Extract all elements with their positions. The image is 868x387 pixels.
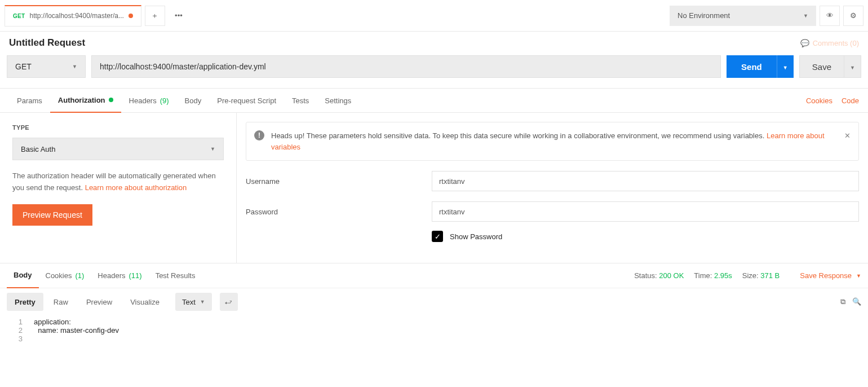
view-raw-button[interactable]: Raw xyxy=(46,293,76,311)
tab-params[interactable]: Params xyxy=(9,88,50,113)
dirty-indicator-icon xyxy=(129,14,133,18)
tab-tests[interactable]: Tests xyxy=(284,88,317,113)
chevron-down-icon: ▼ xyxy=(210,146,215,152)
username-label: Username xyxy=(246,177,432,186)
copy-response-button[interactable]: ⧉ xyxy=(840,297,845,306)
auth-help-text: The authorization header will be automat… xyxy=(12,170,224,194)
preview-request-button[interactable]: Preview Request xyxy=(12,204,92,226)
alert-text: Heads up! These parameters hold sensitiv… xyxy=(271,131,767,140)
tab-prerequest[interactable]: Pre-request Script xyxy=(209,88,284,113)
resp-cookies-count: (1) xyxy=(75,271,84,280)
response-tab-headers[interactable]: Headers (11) xyxy=(91,263,148,288)
learn-more-auth-link[interactable]: Learn more about authorization xyxy=(85,183,187,192)
gear-icon: ⚙ xyxy=(850,11,857,20)
format-selector[interactable]: Text ▼ xyxy=(175,293,212,311)
environment-selector[interactable]: No Environment ▼ xyxy=(670,6,816,26)
method-label: GET xyxy=(15,62,32,71)
tab-settings[interactable]: Settings xyxy=(317,88,359,113)
chevron-down-icon: ▼ xyxy=(803,13,808,19)
code-line: application: xyxy=(34,318,71,326)
tab-authorization[interactable]: Authorization xyxy=(50,88,121,113)
size-value: 371 B xyxy=(760,271,780,280)
password-input[interactable] xyxy=(432,201,859,222)
show-password-label: Show Password xyxy=(450,232,502,241)
headers-count: (9) xyxy=(160,96,169,105)
tab-headers[interactable]: Headers (9) xyxy=(121,88,177,113)
active-indicator-icon xyxy=(109,98,113,102)
tab-auth-label: Authorization xyxy=(58,96,105,104)
view-pretty-button[interactable]: Pretty xyxy=(7,293,43,311)
password-label: Password xyxy=(246,208,432,216)
time-label: Time: xyxy=(694,271,712,280)
new-tab-button[interactable]: ＋ xyxy=(145,6,165,26)
time-value: 2.95s xyxy=(714,271,732,280)
tab-method-label: GET xyxy=(13,13,25,19)
tab-overflow-button[interactable]: ••• xyxy=(169,6,189,26)
resp-cookies-label: Cookies xyxy=(46,271,72,280)
chevron-down-icon: ▼ xyxy=(850,65,855,71)
chevron-down-icon: ▼ xyxy=(783,65,788,71)
auth-type-heading: TYPE xyxy=(12,124,224,131)
copy-icon: ⧉ xyxy=(840,297,845,306)
size-label: Size: xyxy=(742,271,759,280)
url-input[interactable] xyxy=(91,55,721,78)
tab-headers-label: Headers xyxy=(129,96,157,105)
send-dropdown-button[interactable]: ▼ xyxy=(777,55,794,78)
response-tab-cookies[interactable]: Cookies (1) xyxy=(39,263,91,288)
chevron-down-icon: ▼ xyxy=(200,299,205,305)
sensitive-data-alert: ! Heads up! These parameters hold sensit… xyxy=(246,122,859,161)
line-number: 3 xyxy=(0,335,34,343)
check-icon: ✓ xyxy=(435,232,441,241)
search-icon: 🔍 xyxy=(852,297,861,306)
chevron-down-icon: ▼ xyxy=(72,64,77,69)
code-link[interactable]: Code xyxy=(842,96,859,105)
send-button[interactable]: Send xyxy=(727,55,777,78)
view-visualize-button[interactable]: Visualize xyxy=(122,293,167,311)
response-tab-test-results[interactable]: Test Results xyxy=(149,263,202,288)
close-alert-button[interactable]: ✕ xyxy=(844,130,851,142)
auth-type-value: Basic Auth xyxy=(21,145,55,153)
response-body-editor[interactable]: 1application: 2 name: master-config-dev … xyxy=(0,315,868,345)
line-number: 2 xyxy=(0,326,34,335)
format-label: Text xyxy=(182,298,196,306)
close-icon: ✕ xyxy=(844,131,851,140)
status-label: Status: xyxy=(634,271,657,280)
status-value: 200 OK xyxy=(659,271,684,280)
method-selector[interactable]: GET ▼ xyxy=(7,55,86,78)
ellipsis-icon: ••• xyxy=(175,11,183,20)
eye-icon: 👁 xyxy=(826,11,834,20)
username-input[interactable] xyxy=(432,171,859,191)
comments-label: Comments (0) xyxy=(813,39,859,47)
request-tab[interactable]: GET http://localhost:9400/master/a... xyxy=(5,5,141,27)
cookies-link[interactable]: Cookies xyxy=(806,96,832,105)
save-response-label: Save Response xyxy=(800,271,852,280)
chevron-down-icon: ▼ xyxy=(856,273,861,279)
wrap-lines-button[interactable]: ⮐ xyxy=(220,293,238,311)
save-dropdown-button[interactable]: ▼ xyxy=(844,55,861,78)
search-response-button[interactable]: 🔍 xyxy=(852,297,861,306)
code-line: name: master-config-dev xyxy=(34,326,119,335)
request-title[interactable]: Untitled Request xyxy=(9,37,85,49)
resp-headers-label: Headers xyxy=(98,271,125,280)
settings-button[interactable]: ⚙ xyxy=(843,6,863,26)
wrap-icon: ⮐ xyxy=(225,298,232,306)
resp-headers-count: (11) xyxy=(129,271,142,280)
environment-label: No Environment xyxy=(677,11,730,20)
show-password-checkbox[interactable]: ✓ xyxy=(432,231,443,242)
line-number: 1 xyxy=(0,318,34,326)
environment-quicklook-button[interactable]: 👁 xyxy=(820,6,840,26)
save-response-button[interactable]: Save Response ▼ xyxy=(800,271,861,280)
tab-body[interactable]: Body xyxy=(177,88,210,113)
info-icon: ! xyxy=(254,130,264,140)
response-tab-body[interactable]: Body xyxy=(7,263,39,288)
comment-icon: 💬 xyxy=(800,39,809,47)
auth-type-selector[interactable]: Basic Auth ▼ xyxy=(12,138,224,160)
comments-button[interactable]: 💬 Comments (0) xyxy=(800,39,859,47)
save-button[interactable]: Save xyxy=(799,55,844,78)
plus-icon: ＋ xyxy=(151,11,158,21)
tab-title: http://localhost:9400/master/a... xyxy=(29,12,123,20)
view-preview-button[interactable]: Preview xyxy=(78,293,120,311)
